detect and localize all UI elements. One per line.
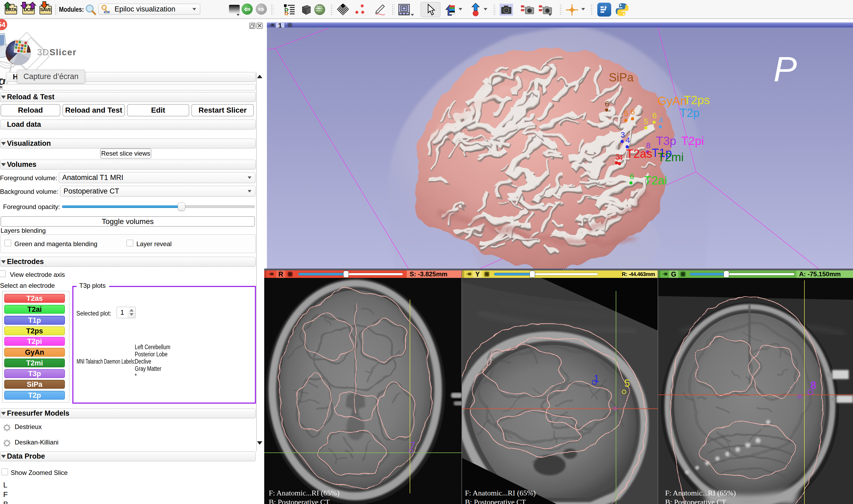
svg-text:5: 5 — [644, 117, 648, 126]
svg-text:5: 5 — [624, 378, 630, 389]
svg-text:5: 5 — [624, 109, 628, 118]
svg-text:6: 6 — [630, 107, 635, 116]
svg-text:7: 7 — [410, 440, 415, 450]
svg-text:6: 6 — [652, 111, 657, 120]
svg-text:ICM: ICM — [104, 10, 110, 14]
svg-text:8: 8 — [810, 379, 816, 391]
svg-text:4: 4 — [618, 153, 623, 162]
svg-text:6: 6 — [630, 172, 634, 181]
svg-text:3: 3 — [620, 130, 625, 139]
svg-text:4: 4 — [659, 115, 663, 124]
svg-text:6: 6 — [605, 99, 609, 108]
svg-text:4: 4 — [625, 136, 630, 144]
